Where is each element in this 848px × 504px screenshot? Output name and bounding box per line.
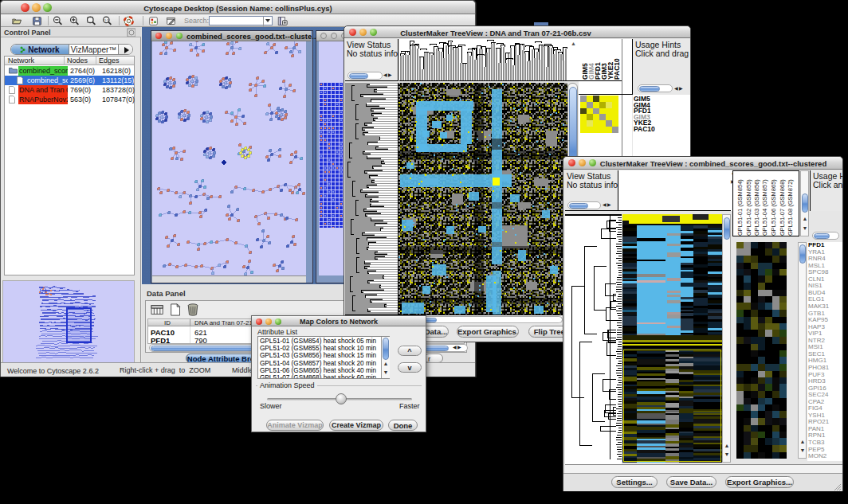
svg-text:PAC10: PAC10 [613,58,621,80]
svg-text:1:1: 1:1 [104,18,109,21]
svg-text:GPL51-02 (GSM855): GPL51-02 (GSM855) [745,179,752,236]
svg-text:GPL51-01 (GSM854): GPL51-01 (GSM854) [736,179,744,236]
svg-text:GPL51-03 (GSM856): GPL51-03 (GSM856) [753,179,760,236]
svg-text:GPL51-07 (GSM868): GPL51-07 (GSM868) [779,179,786,236]
svg-text:GPL51-06 (GSM865): GPL51-06 (GSM865) [770,179,777,236]
svg-text:GPL51-08 (GSM872): GPL51-08 (GSM872) [787,179,794,236]
svg-text:GPL51-04 (GSM857): GPL51-04 (GSM857) [761,179,768,236]
